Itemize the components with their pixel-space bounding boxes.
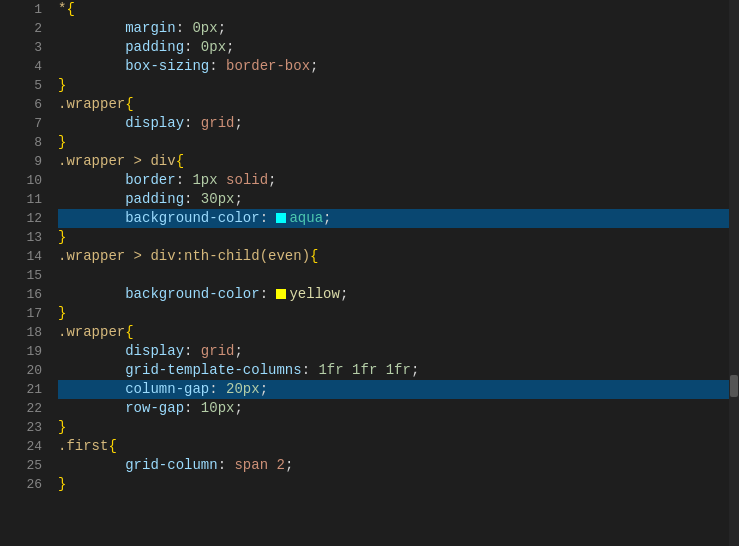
code-line-19: display: grid;	[58, 342, 729, 361]
line-num-2: 2	[34, 19, 42, 38]
line-num-7: 7	[34, 114, 42, 133]
code-line-3: padding: 0px;	[58, 38, 729, 57]
scrollbar[interactable]	[729, 0, 739, 546]
line-num-19: 19	[26, 342, 42, 361]
code-line-11: padding: 30px;	[58, 190, 729, 209]
line-num-13: 13	[26, 228, 42, 247]
line-num-12: 12	[26, 209, 42, 228]
color-swatch-aqua	[276, 213, 286, 223]
line-num-9: 9	[34, 152, 42, 171]
code-line-14: .wrapper > div:nth-child(even){	[58, 247, 729, 266]
line-num-18: 18	[26, 323, 42, 342]
code-line-26: }	[58, 475, 729, 494]
code-line-9: .wrapper > div{	[58, 152, 729, 171]
code-line-16: background-color: yellow;	[58, 285, 729, 304]
line-num-10: 10	[26, 171, 42, 190]
code-line-21: column-gap: 20px;	[58, 380, 729, 399]
color-swatch-yellow	[276, 289, 286, 299]
code-line-17: }	[58, 304, 729, 323]
line-num-5: 5	[34, 76, 42, 95]
code-line-18: .wrapper{	[58, 323, 729, 342]
line-num-6: 6	[34, 95, 42, 114]
line-num-16: 16	[26, 285, 42, 304]
code-line-20: grid-template-columns: 1fr 1fr 1fr;	[58, 361, 729, 380]
code-area[interactable]: *{ margin: 0px; padding: 0px; box-sizing…	[50, 0, 729, 546]
code-line-6: .wrapper{	[58, 95, 729, 114]
code-line-25: grid-column: span 2;	[58, 456, 729, 475]
line-num-23: 23	[26, 418, 42, 437]
line-num-17: 17	[26, 304, 42, 323]
line-num-11: 11	[26, 190, 42, 209]
line-num-21: 21	[26, 380, 42, 399]
code-line-4: box-sizing: border-box;	[58, 57, 729, 76]
scrollbar-thumb[interactable]	[730, 375, 738, 397]
editor-container: 1 2 3 4 5 6 7 8 9 10 11 12 13 14 15 16 1…	[0, 0, 739, 546]
code-line-24: .first{	[58, 437, 729, 456]
line-num-14: 14	[26, 247, 42, 266]
line-num-26: 26	[26, 475, 42, 494]
code-line-15	[58, 266, 729, 285]
line-numbers-gutter: 1 2 3 4 5 6 7 8 9 10 11 12 13 14 15 16 1…	[0, 0, 50, 546]
code-line-2: margin: 0px;	[58, 19, 729, 38]
line-num-20: 20	[26, 361, 42, 380]
code-line-10: border: 1px solid;	[58, 171, 729, 190]
token-selector: *	[58, 0, 66, 19]
code-line-8: }	[58, 133, 729, 152]
code-line-1: *{	[58, 0, 729, 19]
code-line-5: }	[58, 76, 729, 95]
line-num-8: 8	[34, 133, 42, 152]
line-num-1: 1	[34, 0, 42, 19]
line-num-25: 25	[26, 456, 42, 475]
code-line-12: background-color: aqua;	[58, 209, 729, 228]
code-line-23: }	[58, 418, 729, 437]
line-num-4: 4	[34, 57, 42, 76]
code-line-13: }	[58, 228, 729, 247]
line-num-24: 24	[26, 437, 42, 456]
code-line-22: row-gap: 10px;	[58, 399, 729, 418]
code-line-7: display: grid;	[58, 114, 729, 133]
line-num-15: 15	[26, 266, 42, 285]
line-num-3: 3	[34, 38, 42, 57]
line-num-22: 22	[26, 399, 42, 418]
